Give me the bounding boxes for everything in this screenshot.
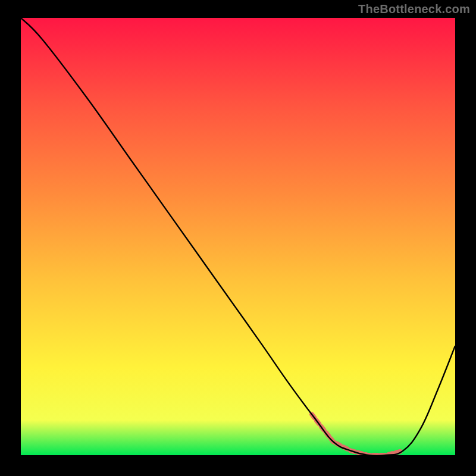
chart-area bbox=[21, 18, 455, 455]
chart-svg bbox=[21, 18, 455, 455]
watermark-text: TheBottleneck.com bbox=[358, 2, 470, 16]
page-root: TheBottleneck.com bbox=[0, 0, 476, 476]
chart-background bbox=[21, 18, 455, 455]
